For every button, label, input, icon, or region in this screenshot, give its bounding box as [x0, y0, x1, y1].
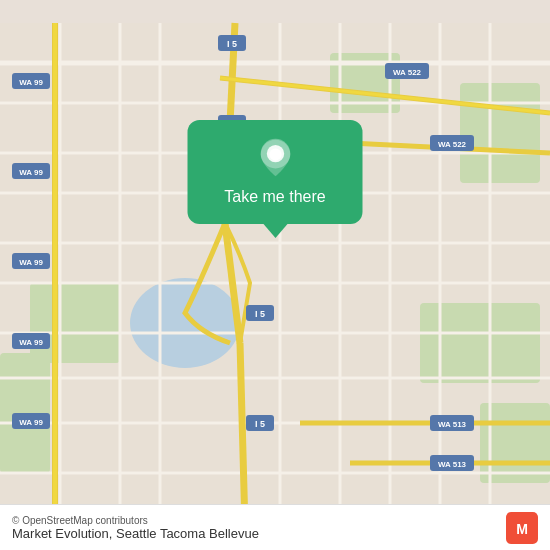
svg-point-65 [269, 148, 281, 160]
svg-text:WA 99: WA 99 [19, 258, 43, 267]
map-container: I 5 I 5 I 5 I 5 WA 99 WA 99 WA 99 WA 99 … [0, 0, 550, 550]
location-name: Market Evolution, Seattle Tacoma Bellevu… [12, 526, 259, 541]
location-pin-icon [255, 138, 295, 178]
map-attribution: © OpenStreetMap contributors [12, 515, 259, 526]
moovit-logo: M [506, 512, 538, 544]
svg-text:I 5: I 5 [255, 309, 265, 319]
svg-text:WA 522: WA 522 [393, 68, 422, 77]
bottom-bar: © OpenStreetMap contributors Market Evol… [0, 504, 550, 550]
svg-text:WA 513: WA 513 [438, 460, 467, 469]
svg-text:WA 99: WA 99 [19, 338, 43, 347]
take-me-there-button[interactable]: Take me there [224, 188, 325, 206]
svg-point-7 [130, 278, 240, 368]
svg-line-31 [240, 343, 245, 527]
popup: Take me there [188, 120, 363, 224]
svg-text:WA 99: WA 99 [19, 78, 43, 87]
svg-rect-3 [460, 83, 540, 183]
moovit-logo-icon: M [506, 512, 538, 544]
svg-text:I 5: I 5 [255, 419, 265, 429]
svg-text:WA 99: WA 99 [19, 418, 43, 427]
bottom-left-info: © OpenStreetMap contributors Market Evol… [12, 515, 259, 541]
svg-text:WA 513: WA 513 [438, 420, 467, 429]
svg-text:WA 522: WA 522 [438, 140, 467, 149]
svg-rect-1 [30, 283, 120, 363]
svg-text:WA 99: WA 99 [19, 168, 43, 177]
svg-rect-4 [420, 303, 540, 383]
svg-text:I 5: I 5 [227, 39, 237, 49]
svg-text:M: M [516, 520, 528, 536]
